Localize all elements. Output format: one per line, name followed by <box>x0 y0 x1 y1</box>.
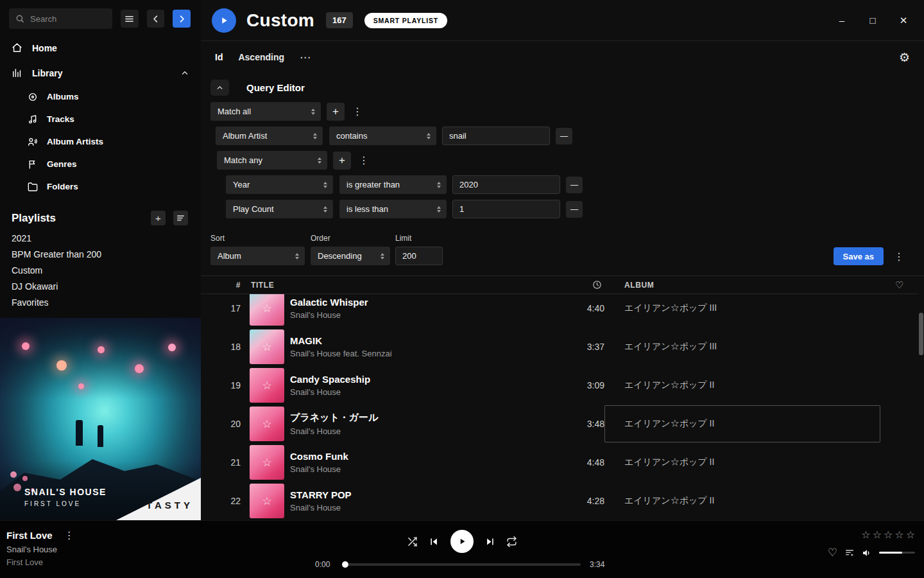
rule-operator-select[interactable]: is less than <box>339 200 447 218</box>
sidebar-item-genres[interactable]: Genres <box>0 153 201 175</box>
column-title-header[interactable]: TITLE <box>250 281 551 290</box>
close-button[interactable]: ✕ <box>897 15 910 26</box>
rule-value-input[interactable] <box>442 127 550 145</box>
remove-rule-button[interactable]: — <box>566 177 583 193</box>
track-row[interactable]: 21 Cosmo Funk Snail's House 4:48 エイリアン☆ポ… <box>201 443 919 482</box>
minimize-button[interactable]: – <box>835 15 848 26</box>
shuffle-button[interactable] <box>407 536 418 547</box>
rule-value-input[interactable] <box>452 175 560 194</box>
playlist-item[interactable]: DJ Okawari <box>0 279 201 295</box>
duration-column-header[interactable] <box>551 280 604 290</box>
search-box[interactable] <box>9 8 112 29</box>
sidebar-item-folders[interactable]: Folders <box>0 175 201 198</box>
column-number-header[interactable]: # <box>201 281 250 290</box>
track-duration: 4:28 <box>551 496 604 506</box>
play-playlist-button[interactable] <box>212 8 236 33</box>
group-menu-button[interactable]: ⋮ <box>350 105 365 118</box>
now-playing-artwork[interactable]: SNAIL'S HOUSE FIRST LOVE TASTY <box>0 318 201 520</box>
rating-star[interactable]: ☆ <box>884 529 893 541</box>
rule-field-select[interactable]: Play Count <box>226 200 333 218</box>
seek-bar[interactable] <box>343 563 581 566</box>
repeat-button[interactable] <box>506 536 517 547</box>
queue-button[interactable] <box>844 548 855 558</box>
track-row[interactable]: 17 Galactic Whisper Snail's House 4:40 エ… <box>201 289 919 328</box>
track-row[interactable]: 22 STARRY POP Snail's House 4:28 エイリアン☆ポ… <box>201 482 919 520</box>
rule-operator-select[interactable]: is greater than <box>339 175 447 194</box>
rule-field-select[interactable]: Year <box>226 175 333 194</box>
playlist-item[interactable]: Favorites <box>0 295 201 311</box>
rule-operator-select[interactable]: contains <box>329 127 436 145</box>
search-input[interactable] <box>30 14 102 24</box>
sort-field-button[interactable]: Id <box>215 52 223 62</box>
volume-button[interactable] <box>862 548 872 558</box>
now-playing-artist[interactable]: Snail's House <box>6 545 77 554</box>
add-rule-button[interactable]: + <box>333 152 351 170</box>
rule-value-input[interactable] <box>452 200 560 218</box>
track-row[interactable]: 18 MAGIK Snail's House feat. Sennzai 3:3… <box>201 328 919 366</box>
next-button[interactable] <box>485 537 495 547</box>
group-menu-button[interactable]: ⋮ <box>356 154 372 166</box>
playlist-item[interactable]: BPM Greater than 200 <box>0 247 201 263</box>
track-album[interactable]: エイリアン☆ポップ III <box>604 289 880 328</box>
scrollbar-thumb[interactable] <box>919 313 923 355</box>
track-artist: Snail's House <box>290 464 348 474</box>
track-album[interactable]: エイリアン☆ポップ II <box>604 443 880 482</box>
now-playing-album[interactable]: First Love <box>6 557 77 567</box>
root-match-row: Match all + ⋮ <box>210 102 907 121</box>
remove-rule-button[interactable]: — <box>566 201 583 218</box>
track-row[interactable]: 19 Candy Spaceship Snail's House 3:09 エイ… <box>201 366 919 405</box>
track-album[interactable]: エイリアン☆ポップ II <box>604 366 880 405</box>
play-pause-button[interactable] <box>450 530 474 553</box>
save-as-button[interactable]: Save as <box>834 247 884 265</box>
column-album-header[interactable]: ALBUM <box>604 281 880 290</box>
seek-handle[interactable] <box>342 561 348 568</box>
rating-star[interactable]: ☆ <box>894 529 903 541</box>
add-playlist-button[interactable]: + <box>151 211 166 225</box>
sidebar-item-home[interactable]: Home <box>0 35 201 60</box>
now-playing-menu-button[interactable]: ⋮ <box>62 529 77 541</box>
maximize-button[interactable]: □ <box>866 15 879 26</box>
track-main: MAGIK Snail's House feat. Sennzai <box>250 329 551 364</box>
sidebar-item-library[interactable]: Library <box>0 60 201 85</box>
limit-input[interactable] <box>395 247 443 265</box>
now-playing-info: First Love ⋮ Snail's House First Love <box>6 529 77 567</box>
sort-select[interactable]: Album <box>210 247 305 265</box>
favorite-button[interactable]: ♡ <box>828 546 837 559</box>
rating-star[interactable]: ☆ <box>861 529 870 541</box>
add-rule-button[interactable]: + <box>327 103 345 121</box>
list-icon <box>176 214 185 222</box>
collapse-query-editor-button[interactable] <box>210 80 229 96</box>
order-select[interactable]: Descending <box>311 247 390 265</box>
more-options-button[interactable]: ⋯ <box>300 51 311 64</box>
rule-field-select[interactable]: Album Artist <box>216 127 323 145</box>
lantern-dot <box>98 346 105 353</box>
remove-rule-button[interactable]: — <box>556 128 572 144</box>
match-type-select[interactable]: Match all <box>210 102 321 121</box>
tracklist: # TITLE ALBUM ♡ 17 Galactic Whisper Snai… <box>201 276 924 520</box>
forward-button[interactable] <box>173 10 191 28</box>
chevron-up-icon[interactable] <box>180 69 189 78</box>
track-row-selected[interactable]: 20 プラネット・ガール Snail's House 3:48 エイリアン☆ポッ… <box>201 405 919 443</box>
save-menu-button[interactable]: ⋮ <box>891 250 907 263</box>
back-button[interactable] <box>147 10 165 28</box>
playlist-item[interactable]: 2021 <box>0 231 201 247</box>
playlist-options-button[interactable] <box>173 211 188 225</box>
rating-star[interactable]: ☆ <box>873 529 882 541</box>
playlist-item[interactable]: Custom <box>0 263 201 279</box>
select-updown-icon <box>323 206 327 213</box>
previous-button[interactable] <box>429 537 439 547</box>
track-album[interactable]: エイリアン☆ポップ III <box>604 328 880 366</box>
gear-icon[interactable]: ⚙ <box>899 51 910 64</box>
rating-star[interactable]: ☆ <box>906 529 915 541</box>
menu-button[interactable] <box>121 10 139 28</box>
sidebar-item-albums[interactable]: Albums <box>0 85 201 108</box>
track-album-focused[interactable]: エイリアン☆ポップ II <box>604 405 880 442</box>
heart-icon[interactable]: ♡ <box>880 279 919 291</box>
sidebar-item-album-artists[interactable]: Album Artists <box>0 130 201 153</box>
order-label: Order <box>311 234 390 243</box>
track-album[interactable]: エイリアン☆ポップ II <box>604 482 880 520</box>
sidebar-item-tracks[interactable]: Tracks <box>0 108 201 130</box>
volume-slider[interactable] <box>879 552 915 554</box>
sort-direction-button[interactable]: Ascending <box>238 52 284 62</box>
match-type-select[interactable]: Match any <box>217 151 327 170</box>
